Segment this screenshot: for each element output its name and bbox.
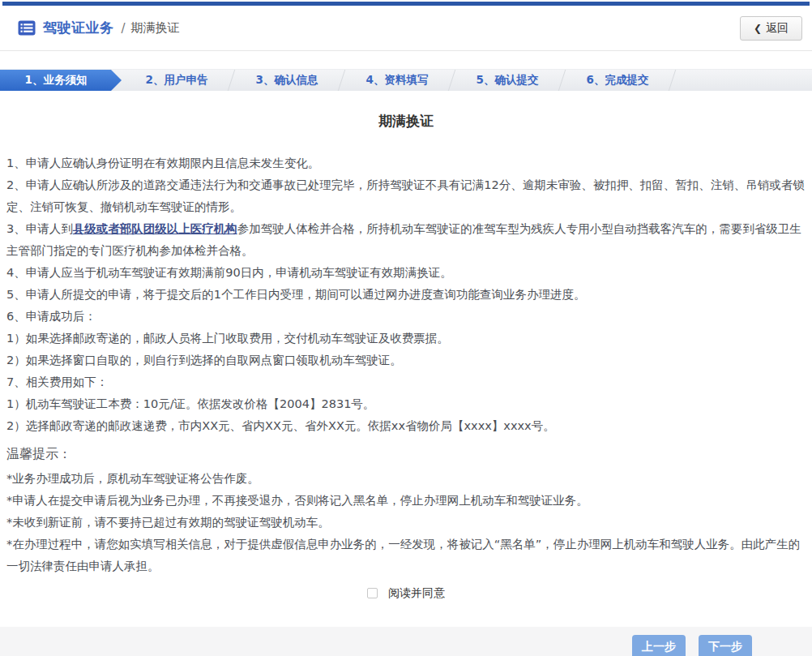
step-label: 4、资料填写 xyxy=(366,73,429,88)
notice-paragraph: *业务办理成功后，原机动车驾驶证将公告作废。 xyxy=(6,468,806,490)
agree-label[interactable]: 阅读并同意 xyxy=(388,586,445,599)
chevron-left-icon: ❮ xyxy=(754,23,762,34)
section-title: 驾驶证业务 xyxy=(43,19,114,37)
prev-step-button[interactable]: 上一步 xyxy=(632,635,686,656)
notice-paragraph: 1）机动车驾驶证工本费：10元/证。依据发改价格【2004】2831号。 xyxy=(6,393,806,415)
step-label: 6、完成提交 xyxy=(587,73,649,88)
notice-body: 1、申请人应确认身份证明在有效期限内且信息未发生变化。2、申请人应确认所涉及的道… xyxy=(6,152,806,577)
footer-action-bar: 上一步 下一步 xyxy=(0,627,812,656)
agree-checkbox[interactable] xyxy=(367,588,378,598)
step-tab-5[interactable]: 5、确认提交 xyxy=(452,70,562,91)
notice-paragraph: *未收到新证前，请不要持已超过有效期的驾驶证驾驶机动车。 xyxy=(6,512,806,534)
notice-paragraph: 6、申请成功后： xyxy=(6,306,806,328)
breadcrumb: 驾驶证业务 / 期满换证 xyxy=(18,19,180,37)
step-label: 2、用户申告 xyxy=(146,73,208,88)
notice-paragraph: 1）如果选择邮政寄递的，邮政人员将上门收取费用，交付机动车驾驶证及收费票据。 xyxy=(6,328,806,349)
agree-row: 阅读并同意 xyxy=(6,585,806,601)
step-tab-3[interactable]: 3、确认信息 xyxy=(232,70,342,91)
tip-title: 温馨提示： xyxy=(6,440,806,468)
step-bar: 1、业务须知2、用户申告3、确认信息4、资料填写5、确认提交6、完成提交 xyxy=(0,69,812,91)
notice-paragraph: 4、申请人应当于机动车驾驶证有效期满前90日内，申请机动车驾驶证有效期满换证。 xyxy=(6,262,806,284)
notice-paragraph: 3、申请人到县级或者部队团级以上医疗机构参加驾驶人体检并合格，所持机动车驾驶证的… xyxy=(6,218,806,262)
step-tab-2[interactable]: 2、用户申告 xyxy=(122,70,232,91)
content: 期满换证 1、申请人应确认身份证明在有效期限内且信息未发生变化。2、申请人应确认… xyxy=(0,112,812,601)
next-step-button[interactable]: 下一步 xyxy=(699,635,752,656)
notice-paragraph: *申请人在提交申请后视为业务已办理，不再接受退办，否则将记入黑名单，停止办理网上… xyxy=(6,490,806,512)
step-label: 1、业务须知 xyxy=(25,73,88,88)
breadcrumb-page: 期满换证 xyxy=(131,20,180,36)
header: 驾驶证业务 / 期满换证 ❮ 返回 xyxy=(0,6,812,51)
notice-paragraph: 2、申请人应确认所涉及的道路交通违法行为和交通事故已处理完毕，所持驾驶证不具有记… xyxy=(6,174,806,218)
notice-paragraph: 5、申请人所提交的申请，将于提交后的1个工作日内受理，期间可以通过网办进度查询功… xyxy=(6,284,806,306)
breadcrumb-separator: / xyxy=(122,21,126,36)
back-button-label: 返回 xyxy=(766,21,788,36)
notice-paragraph: *在办理过程中，请您如实填写相关信息，对于提供虚假信息申办业务的，一经发现，将被… xyxy=(6,534,806,577)
step-label: 3、确认信息 xyxy=(256,73,318,88)
list-icon xyxy=(18,20,36,36)
notice-paragraph: 7、相关费用如下： xyxy=(6,371,806,393)
notice-paragraph: 2）选择邮政寄递的邮政速递费，市内XX元、省内XX元、省外XX元。依据xx省物价… xyxy=(6,415,806,437)
step-tab-4[interactable]: 4、资料填写 xyxy=(342,70,452,91)
step-tab-6[interactable]: 6、完成提交 xyxy=(562,70,673,91)
page-title: 期满换证 xyxy=(6,112,806,131)
notice-paragraph: 2）如果选择窗口自取的，则自行到选择的自取网点窗口领取机动车驾驶证。 xyxy=(6,349,806,371)
notice-paragraph: 1、申请人应确认身份证明在有效期限内且信息未发生变化。 xyxy=(6,152,806,174)
page: 驾驶证业务 / 期满换证 ❮ 返回 1、业务须知2、用户申告3、确认信息4、资料… xyxy=(0,2,812,656)
step-label: 5、确认提交 xyxy=(477,73,539,88)
back-button[interactable]: ❮ 返回 xyxy=(740,16,802,41)
step-tab-1[interactable]: 1、业务须知 xyxy=(0,70,122,91)
